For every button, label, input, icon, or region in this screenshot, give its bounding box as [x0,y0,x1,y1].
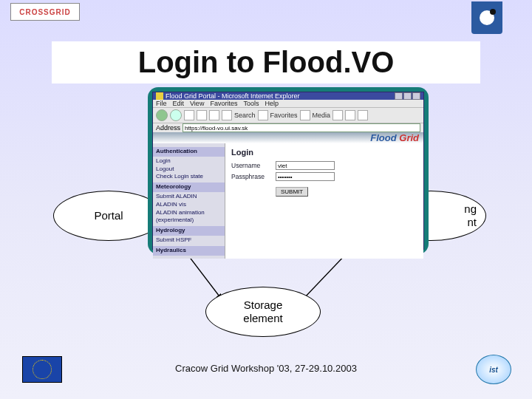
history-icon[interactable] [332,110,343,120]
portal-banner: Flood Grid [153,132,423,143]
sidebar-hdr-hydraulics: Hydraulics [153,246,225,256]
media-icon[interactable] [300,110,310,120]
home-icon[interactable] [209,110,219,120]
page-title: Login to Flood.VO [52,41,480,83]
maximize-button[interactable] [403,92,412,100]
node-compute-suffix1: ng [464,202,477,215]
passphrase-input[interactable] [276,172,335,181]
sidebar-item-aladin-anim[interactable]: ALADIN animation [156,209,222,217]
sidebar-item-check-login[interactable]: Check Login state [156,173,222,181]
browser-titlebar: Flood Grid Portal - Microsoft Internet E… [153,92,423,100]
submit-button[interactable]: SUBMIT [276,187,308,197]
menu-view[interactable]: View [190,100,204,107]
stop-icon[interactable] [184,110,194,120]
toolbar-favorites-label[interactable]: Favorites [270,112,298,119]
browser-toolbar: Search Favorites Media [153,107,423,123]
mail-icon[interactable] [345,110,355,120]
sidebar-item-submit-hspf[interactable]: Submit HSPF [156,236,222,245]
banner-grid: Grid [399,132,419,143]
address-input[interactable] [183,123,420,132]
node-portal-label: Portal [94,209,123,222]
back-button[interactable] [156,109,168,121]
logo-crossgrid: CROSSGRID [10,3,80,21]
forward-button[interactable] [170,109,182,121]
minimize-button[interactable] [395,92,403,100]
ie-icon [156,92,163,100]
menu-edit[interactable]: Edit [173,100,185,107]
node-storage-line2: element [243,312,282,324]
banner-flood: Flood [370,132,396,143]
sidebar-item-submit-aladin[interactable]: Submit ALADIN [156,193,222,201]
node-compute-suffix2: nt [467,216,477,228]
sidebar-hdr-meteorology: Meteorology [153,183,225,192]
node-storage-element: Storage element [205,287,321,337]
menu-file[interactable]: File [156,100,167,107]
footer-text: Cracow Grid Workshop '03, 27-29.10.2003 [0,363,532,374]
sidebar-hdr-hydrology: Hydrology [153,226,225,236]
sidebar-item-aladin-vis[interactable]: ALADIN vis [156,201,222,209]
logo-top-right [471,1,502,34]
toolbar-search-label[interactable]: Search [234,112,256,119]
eu-flag-icon [22,356,62,383]
portal-sidebar: Authentication Login Logout Check Login … [153,143,225,259]
username-input[interactable] [276,161,335,170]
refresh-icon[interactable] [197,110,207,120]
sidebar-item-logout[interactable]: Logout [156,166,222,174]
sidebar-hdr-auth: Authentication [153,147,225,157]
sidebar-item-experimental[interactable]: (experimental) [156,216,222,225]
print-icon[interactable] [358,110,368,120]
address-bar: Address [153,123,423,132]
browser-menubar: File Edit View Favorites Tools Help [153,100,423,107]
search-icon[interactable] [222,110,232,120]
menu-tools[interactable]: Tools [243,100,259,107]
menu-help[interactable]: Help [265,100,279,107]
favorites-icon[interactable] [258,110,268,120]
login-heading: Login [231,148,417,157]
browser-window: Flood Grid Portal - Microsoft Internet E… [148,87,429,254]
portal-main: Login Username Passphrase SUBMIT [225,143,423,259]
passphrase-label: Passphrase [231,173,276,180]
sidebar-item-login[interactable]: Login [156,157,222,166]
close-button[interactable] [412,92,420,100]
username-label: Username [231,162,276,169]
toolbar-media-label[interactable]: Media [313,112,331,119]
node-storage-line1: Storage [244,299,283,311]
address-label: Address [156,124,180,132]
menu-favorites[interactable]: Favorites [210,100,237,107]
browser-title: Flood Grid Portal - Microsoft Internet E… [166,92,300,100]
ist-logo: ist [476,355,511,384]
